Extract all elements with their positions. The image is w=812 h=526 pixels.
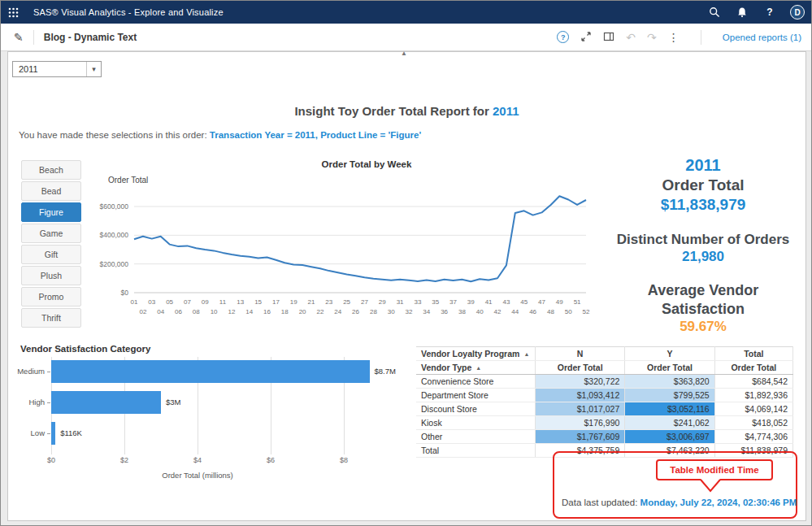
page-title: Insight Toy Order Total Report for 2011 <box>7 104 806 118</box>
order-total-line-series[interactable] <box>134 196 586 281</box>
right-panel-icon[interactable] <box>603 31 614 44</box>
x-tick-label: 26 <box>352 308 359 315</box>
order-total-cell: $4,375,759 <box>535 444 624 458</box>
x-tick-label: 21 <box>308 298 315 306</box>
bar-value-label: $3M <box>166 398 180 406</box>
line-chart: $0$200,000$400,000$600,00001020304050607… <box>89 185 597 328</box>
product-list-item-gift[interactable]: Gift <box>21 245 81 264</box>
data-last-updated-value: Monday, July 22, 2024, 02:30:46 PM <box>640 498 797 507</box>
kpi-text: Distinct Number of Orders <box>610 231 796 248</box>
product-list-item-beach[interactable]: Beach <box>21 160 81 180</box>
col-group-n[interactable]: N <box>535 347 624 361</box>
kpi-text: 21,980 <box>610 248 796 265</box>
x-tick-label: 41 <box>485 298 493 306</box>
more-options-kebab-icon[interactable]: ⋮ <box>668 32 680 43</box>
line-chart-svg: $0$200,000$400,000$600,00001020304050607… <box>89 185 597 325</box>
x-tick-label: 49 <box>556 298 563 306</box>
product-list-item-figure[interactable]: Figure <box>21 202 81 222</box>
undo-icon[interactable]: ↶ <box>626 32 636 43</box>
refresh-status-icon[interactable]: ? <box>557 31 569 43</box>
x-tick-label: 28 <box>370 308 377 315</box>
bar-x-tick-label: $6 <box>258 456 283 464</box>
x-tick-label: 44 <box>511 308 519 315</box>
product-list-item-plush[interactable]: Plush <box>21 266 81 285</box>
table-row[interactable]: Kiosk$176,990$241,062$418,052 <box>416 416 793 430</box>
apps-grid-icon[interactable] <box>1 1 25 24</box>
x-tick-label: 05 <box>166 298 173 306</box>
kpi-text: 59.67% <box>610 318 796 335</box>
x-tick-label: 33 <box>414 298 421 306</box>
product-list-item-bead[interactable]: Bead <box>21 181 81 201</box>
x-tick-label: 06 <box>175 308 182 315</box>
measure-header[interactable]: Order Total <box>625 361 714 375</box>
table-row[interactable]: Discount Store$1,017,027$3,052,116$4,069… <box>416 402 793 416</box>
user-avatar[interactable]: D <box>790 5 805 20</box>
bar-low[interactable] <box>51 422 55 445</box>
table-row[interactable]: Total$4,375,759$7,463,220$11,838,979 <box>416 444 793 458</box>
bar-value-label: $8.7M <box>375 367 396 376</box>
vendor-type-cell: Convenience Store <box>416 375 535 389</box>
bar-high[interactable] <box>51 391 161 414</box>
x-tick-label: 20 <box>299 308 306 315</box>
product-list-item-promo[interactable]: Promo <box>21 287 81 306</box>
x-tick-label: 15 <box>254 298 262 306</box>
x-tick-label: 48 <box>547 308 554 315</box>
notifications-bell-icon[interactable] <box>735 5 749 20</box>
vendor-type-cell: Other <box>416 430 535 444</box>
order-total-cell: $684,542 <box>714 375 792 389</box>
kpi-panel: 2011Order Total$11,838,979Distinct Numbe… <box>610 155 796 351</box>
edit-pencil-icon[interactable]: ✎ <box>14 31 24 44</box>
row-header[interactable]: Vendor Type▲ <box>416 361 535 375</box>
product-list-item-game[interactable]: Game <box>21 224 81 243</box>
order-total-cell: $3,006,697 <box>625 430 714 444</box>
order-total-cell: $1,892,936 <box>714 389 792 402</box>
table-row[interactable]: Other$1,767,609$3,006,697$4,774,306 <box>416 430 793 444</box>
order-total-cell: $4,069,142 <box>714 402 792 416</box>
app-title: SAS® Visual Analytics - Explore and Visu… <box>33 7 224 17</box>
order-total-cell: $1,093,412 <box>535 389 624 402</box>
bar-medium[interactable] <box>51 360 370 383</box>
order-total-cell: $418,052 <box>714 416 792 430</box>
table-row[interactable]: Convenience Store$320,722$363,820$684,54… <box>416 375 793 389</box>
x-tick-label: 52 <box>583 308 590 315</box>
data-last-updated: Data last updated: Monday, July 22, 2024… <box>562 498 797 507</box>
maximize-icon[interactable] <box>580 31 592 44</box>
x-tick-label: 02 <box>139 308 146 315</box>
kpi-block-0: 2011Order Total$11,838,979 <box>610 155 796 215</box>
order-total-cell: $11,838,979 <box>714 444 792 458</box>
col-group-header[interactable]: Vendor Loyalty Program▲ <box>416 347 535 361</box>
bar-chart-x-axis-label: Order Total (millions) <box>51 471 344 480</box>
application-window: SAS® Visual Analytics - Explore and Visu… <box>0 0 812 526</box>
axis-tick <box>47 433 50 434</box>
col-group-y[interactable]: Y <box>625 347 714 361</box>
x-tick-label: 25 <box>343 298 350 306</box>
bar-x-tick-label: $8 <box>332 456 356 464</box>
line-chart-title: Order Total by Week <box>220 159 513 169</box>
help-icon[interactable]: ? <box>762 5 777 20</box>
measure-header[interactable]: Order Total <box>714 361 792 375</box>
vendor-type-cell: Department Store <box>416 389 535 402</box>
x-tick-label: 27 <box>361 298 368 306</box>
x-tick-label: 23 <box>325 298 332 306</box>
year-dropdown[interactable]: 2011 ▾ <box>12 61 102 77</box>
x-tick-label: 34 <box>423 308 430 315</box>
order-total-cell: $320,722 <box>535 375 624 389</box>
search-icon[interactable] <box>707 5 722 20</box>
chevron-down-icon: ▾ <box>86 62 101 76</box>
x-tick-label: 51 <box>574 298 581 306</box>
x-tick-label: 36 <box>441 308 448 315</box>
opened-reports-link[interactable]: Opened reports (1) <box>723 33 801 42</box>
table-row[interactable]: Department Store$1,093,412$799,525$1,892… <box>416 389 793 402</box>
product-list-item-thrift[interactable]: Thrift <box>21 308 81 328</box>
x-tick-label: 12 <box>228 308 235 315</box>
redo-icon[interactable]: ↷ <box>647 32 657 43</box>
measure-header[interactable]: Order Total <box>535 361 624 375</box>
x-tick-label: 22 <box>316 308 323 315</box>
toolbar-divider <box>701 30 701 45</box>
order-total-cell: $363,820 <box>625 375 714 389</box>
col-group-total[interactable]: Total <box>714 347 792 361</box>
vendor-type-cell: Total <box>416 444 535 458</box>
order-total-cell: $3,052,116 <box>625 402 714 416</box>
order-total-cell: $176,990 <box>535 416 624 430</box>
data-last-updated-label: Data last updated: <box>562 498 640 507</box>
